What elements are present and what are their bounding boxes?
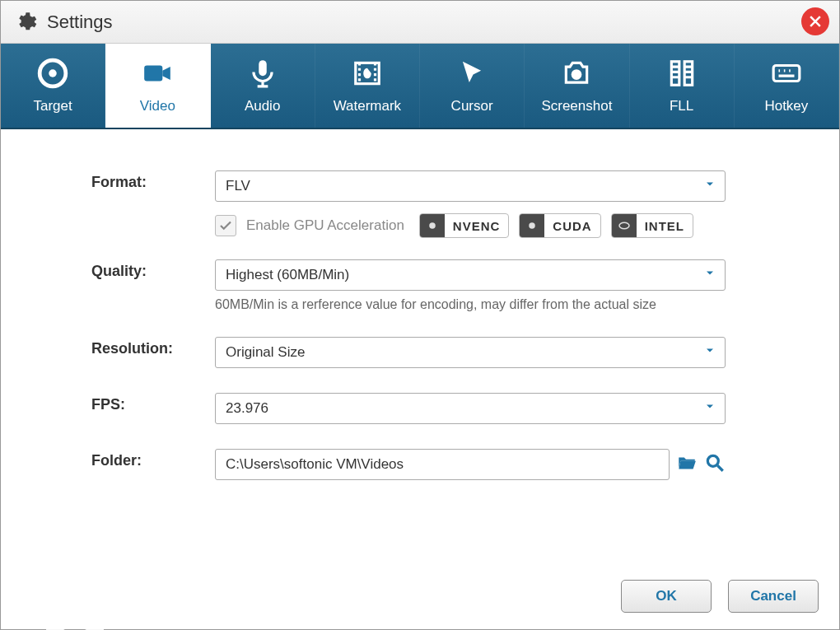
tab-label: Audio xyxy=(245,98,280,114)
quality-value: Highest (60MB/Min) xyxy=(226,267,349,283)
footer: OK Cancel xyxy=(621,580,819,613)
svg-point-9 xyxy=(429,222,436,229)
chevron-down-icon xyxy=(703,178,716,195)
chevron-down-icon xyxy=(703,267,716,284)
chevron-down-icon xyxy=(703,344,716,362)
badge-cuda: CUDA xyxy=(519,213,600,238)
tab-video[interactable]: Video xyxy=(105,44,210,128)
softonic-watermark: softonic.com xyxy=(1,504,506,630)
intel-icon xyxy=(612,214,637,237)
gpu-checkbox[interactable] xyxy=(215,215,236,236)
tab-label: Watermark xyxy=(334,98,402,114)
fps-value: 23.976 xyxy=(226,400,268,417)
tab-label: Target xyxy=(34,98,72,114)
content-panel: Format: FLV Enable GPU Acceleration NVEN… xyxy=(1,129,839,480)
quality-hint: 60MB/Min is a rerference value for encod… xyxy=(215,297,726,312)
tab-label: Video xyxy=(140,98,175,114)
tab-screenshot[interactable]: Screenshot xyxy=(525,44,629,128)
tabstrip: Target Video Audio Watermark Cursor Scre… xyxy=(1,44,839,129)
gpu-row: Enable GPU Acceleration NVENC CUDA INTEL xyxy=(215,213,726,238)
resolution-label: Resolution: xyxy=(91,337,215,357)
tab-label: Cursor xyxy=(451,98,493,114)
quality-label: Quality: xyxy=(91,259,215,280)
tab-target[interactable]: Target xyxy=(1,44,105,128)
tab-audio[interactable]: Audio xyxy=(211,44,315,128)
fps-select[interactable]: 23.976 xyxy=(215,393,726,424)
camera-icon xyxy=(560,57,593,90)
tab-cursor[interactable]: Cursor xyxy=(420,44,525,128)
keyboard-icon xyxy=(770,57,803,90)
search-icon[interactable] xyxy=(704,452,726,477)
close-button[interactable] xyxy=(801,7,829,35)
nvidia-icon xyxy=(520,214,544,237)
resolution-select[interactable]: Original Size xyxy=(215,337,726,368)
gpu-label: Enable GPU Acceleration xyxy=(246,217,404,234)
tab-label: FLL xyxy=(670,98,693,114)
gear-icon xyxy=(14,11,37,34)
svg-rect-2 xyxy=(145,66,163,82)
quality-select[interactable]: Highest (60MB/Min) xyxy=(215,259,726,291)
target-icon xyxy=(36,57,69,90)
chevron-down-icon xyxy=(703,400,716,418)
settings-window: Settings Target Video Audio Watermark Cu… xyxy=(0,0,840,630)
video-icon xyxy=(141,57,174,90)
badge-nvenc: NVENC xyxy=(419,213,510,238)
microphone-icon xyxy=(246,57,279,90)
tab-watermark[interactable]: Watermark xyxy=(315,44,420,128)
fps-label: FPS: xyxy=(91,393,215,413)
svg-rect-3 xyxy=(259,60,267,76)
tab-label: Hotkey xyxy=(764,98,808,114)
cancel-button[interactable]: Cancel xyxy=(728,580,819,613)
watermark-icon xyxy=(351,57,384,90)
format-value: FLV xyxy=(226,178,250,194)
format-label: Format: xyxy=(91,170,215,191)
svg-point-12 xyxy=(707,455,718,466)
folder-value: C:\Users\softonic VM\Videos xyxy=(226,456,404,473)
tab-label: Screenshot xyxy=(541,98,612,114)
svg-point-13 xyxy=(63,516,87,539)
cursor-icon xyxy=(455,57,488,90)
window-title: Settings xyxy=(47,12,113,33)
folder-label: Folder: xyxy=(91,449,215,469)
svg-point-10 xyxy=(530,222,536,229)
nvidia-icon xyxy=(420,214,445,237)
titlebar: Settings xyxy=(1,1,839,44)
folder-input[interactable]: C:\Users\softonic VM\Videos xyxy=(215,449,670,480)
svg-point-5 xyxy=(572,69,582,80)
svg-point-1 xyxy=(49,69,57,77)
badge-intel: INTEL xyxy=(611,213,693,238)
tab-fll[interactable]: FLL xyxy=(630,44,735,128)
svg-point-11 xyxy=(619,222,629,229)
film-icon xyxy=(665,57,698,90)
svg-rect-8 xyxy=(773,66,800,82)
resolution-value: Original Size xyxy=(226,344,305,361)
format-select[interactable]: FLV xyxy=(215,170,726,202)
watermark-text: softonic.com xyxy=(144,534,506,606)
ok-button[interactable]: OK xyxy=(621,580,712,613)
folder-open-icon[interactable] xyxy=(676,452,698,477)
tab-hotkey[interactable]: Hotkey xyxy=(735,44,839,128)
